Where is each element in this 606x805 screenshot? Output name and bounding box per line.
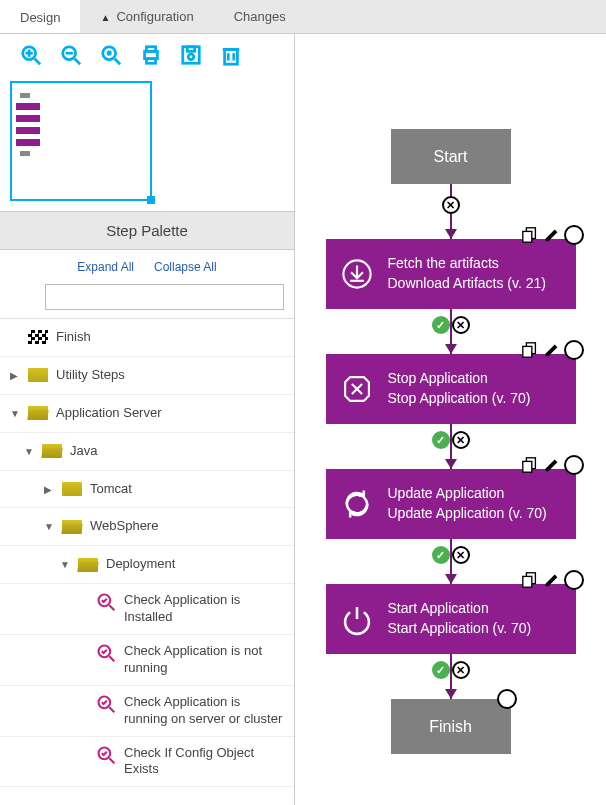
tree-java[interactable]: ▼ Java — [0, 433, 294, 471]
zoom-in-icon[interactable] — [20, 44, 42, 66]
folder-open-icon — [28, 406, 48, 420]
tree-deployment[interactable]: ▼ Deployment — [0, 546, 294, 584]
delete-step-icon[interactable]: ✕ — [497, 689, 517, 709]
folder-open-icon — [42, 444, 62, 458]
svg-line-1 — [35, 59, 40, 64]
step-fetch-artifacts[interactable]: Fetch the artifactsDownload Artifacts (v… — [326, 239, 576, 309]
edge-cancel-icon[interactable]: ✕ — [442, 196, 460, 214]
tab-changes[interactable]: Changes — [214, 0, 306, 33]
svg-line-26 — [109, 707, 114, 712]
svg-rect-38 — [522, 346, 531, 357]
edit-step-icon[interactable] — [542, 570, 562, 590]
chevron-right-icon: ▶ — [44, 484, 54, 495]
tree-check-installed[interactable]: Check Application is Installed — [0, 584, 294, 635]
svg-rect-12 — [146, 47, 155, 52]
magnify-check-icon — [96, 643, 116, 663]
edge-cancel-icon[interactable]: ✕ — [452, 661, 470, 679]
tree-finish[interactable]: Finish — [0, 319, 294, 357]
svg-line-5 — [75, 59, 81, 64]
palette-header: Step Palette — [0, 211, 294, 250]
zoom-reset-icon[interactable] — [100, 44, 122, 66]
palette-search-input[interactable] — [45, 284, 284, 310]
delete-step-icon[interactable]: ✕ — [564, 455, 584, 475]
edge-cancel-icon[interactable]: ✕ — [452, 546, 470, 564]
copy-step-icon[interactable] — [520, 225, 540, 245]
copy-step-icon[interactable] — [520, 340, 540, 360]
tree-websphere[interactable]: ▼ WebSphere — [0, 508, 294, 546]
copy-step-icon[interactable] — [520, 455, 540, 475]
magnify-check-icon — [96, 592, 116, 612]
tree-check-running[interactable]: Check Application is running on server o… — [0, 686, 294, 737]
edit-step-icon[interactable] — [542, 455, 562, 475]
folder-open-icon — [62, 520, 82, 534]
chevron-down-icon: ▼ — [24, 446, 34, 457]
edit-step-icon[interactable] — [542, 225, 562, 245]
download-icon — [340, 257, 374, 291]
folder-icon — [62, 482, 82, 496]
edge-success-icon[interactable]: ✓ — [432, 316, 450, 334]
edge-success-icon[interactable]: ✓ — [432, 546, 450, 564]
svg-point-15 — [188, 54, 194, 60]
expand-all-link[interactable]: Expand All — [77, 260, 134, 274]
step-update-application[interactable]: Update ApplicationUpdate Application (v.… — [326, 469, 576, 539]
tree-utility-steps[interactable]: ▶ Utility Steps — [0, 357, 294, 395]
start-node[interactable]: Start — [391, 129, 511, 184]
palette-tree[interactable]: Finish ▶ Utility Steps ▼ Application Ser… — [0, 318, 294, 805]
edge-success-icon[interactable]: ✓ — [432, 431, 450, 449]
stop-icon — [340, 372, 374, 406]
minimap[interactable] — [10, 81, 152, 201]
canvas-toolbar — [0, 34, 294, 76]
tab-bar: Design Configuration Changes — [0, 0, 606, 34]
tree-check-not-running[interactable]: Check Application is not running — [0, 635, 294, 686]
folder-icon — [28, 368, 48, 382]
svg-rect-13 — [146, 59, 155, 64]
power-icon — [340, 602, 374, 636]
step-stop-application[interactable]: Stop ApplicationStop Application (v. 70)… — [326, 354, 576, 424]
delete-icon[interactable] — [220, 44, 242, 66]
svg-line-22 — [109, 606, 114, 611]
svg-rect-17 — [225, 50, 238, 65]
minimap-resize-handle[interactable] — [147, 196, 155, 204]
chevron-right-icon: ▶ — [10, 370, 20, 381]
copy-step-icon[interactable] — [520, 570, 540, 590]
finish-flag-icon — [28, 330, 48, 344]
zoom-out-icon[interactable] — [60, 44, 82, 66]
edge-cancel-icon[interactable]: ✕ — [452, 316, 470, 334]
tree-tomcat[interactable]: ▶ Tomcat — [0, 471, 294, 509]
svg-rect-43 — [522, 576, 531, 587]
delete-step-icon[interactable]: ✕ — [564, 570, 584, 590]
edit-step-icon[interactable] — [542, 340, 562, 360]
svg-line-8 — [115, 59, 121, 64]
tab-design[interactable]: Design — [0, 0, 80, 33]
tree-check-config[interactable]: Check If Config Object Exists — [0, 737, 294, 788]
left-panel: Step Palette Expand All Collapse All Fin… — [0, 34, 295, 805]
brush-icon — [100, 9, 110, 24]
step-start-application[interactable]: Start ApplicationStart Application (v. 7… — [326, 584, 576, 654]
tree-application-server[interactable]: ▼ Application Server — [0, 395, 294, 433]
delete-step-icon[interactable]: ✕ — [564, 340, 584, 360]
svg-line-28 — [109, 758, 114, 763]
chevron-down-icon: ▼ — [60, 559, 70, 570]
chevron-down-icon: ▼ — [44, 521, 54, 532]
svg-rect-16 — [187, 47, 194, 52]
svg-rect-40 — [522, 461, 531, 472]
print-icon[interactable] — [140, 44, 162, 66]
flow-canvas[interactable]: Start ✕ Fetch the artifactsDownload Arti… — [295, 34, 606, 805]
svg-line-24 — [109, 656, 114, 661]
svg-rect-33 — [522, 231, 531, 242]
tab-configuration[interactable]: Configuration — [80, 0, 213, 33]
refresh-icon — [340, 487, 374, 521]
magnify-check-icon — [96, 694, 116, 714]
save-icon[interactable] — [180, 44, 202, 66]
collapse-all-link[interactable]: Collapse All — [154, 260, 217, 274]
folder-open-icon — [78, 558, 98, 572]
chevron-down-icon: ▼ — [10, 408, 20, 419]
magnify-check-icon — [96, 745, 116, 765]
edge-success-icon[interactable]: ✓ — [432, 661, 450, 679]
finish-node[interactable]: Finish ✕ — [391, 699, 511, 754]
edge-cancel-icon[interactable]: ✕ — [452, 431, 470, 449]
delete-step-icon[interactable]: ✕ — [564, 225, 584, 245]
